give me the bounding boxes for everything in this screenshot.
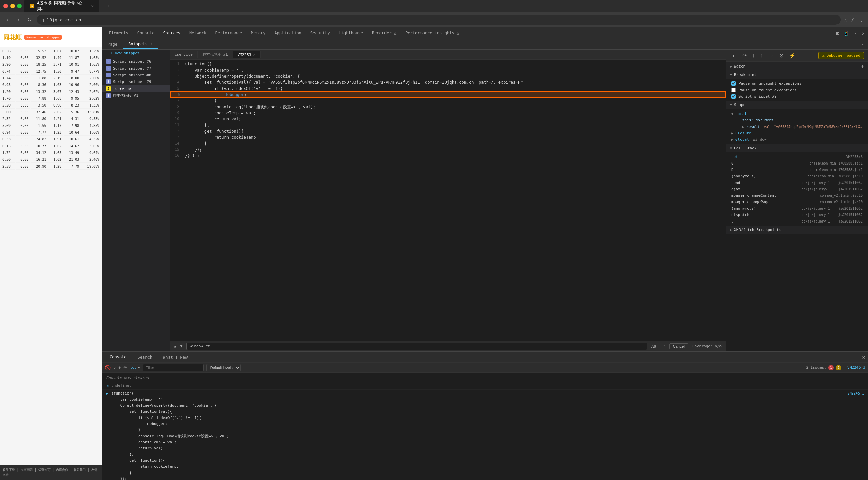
tab-perf-insights[interactable]: Performance insights △ <box>401 29 463 37</box>
active-tab[interactable]: 同 A股市场_同花顺行情中心_周… ✕ <box>24 0 99 13</box>
search-input[interactable]: window.rt <box>186 343 647 350</box>
dont-pause-exceptions-button[interactable]: ⚡ <box>788 52 797 59</box>
file-item-snippet6[interactable]: S Script snippet #6 <box>102 58 170 65</box>
editor-tab-iservice[interactable]: iservice <box>170 51 198 58</box>
bookmark-icon[interactable]: ☆ <box>844 17 847 23</box>
editor-tab-basecode[interactable]: 脚本代码段 #1 <box>198 51 233 58</box>
tab-performance[interactable]: Performance <box>211 29 246 37</box>
tab-application[interactable]: Application <box>270 29 305 37</box>
issues-badge-1[interactable]: 1 <box>828 365 834 370</box>
console-filter-input[interactable] <box>143 364 204 371</box>
scope-section-header[interactable]: ▼ Scope <box>726 101 868 109</box>
more-icon[interactable]: ⋮ <box>852 30 859 37</box>
tab-network[interactable]: Network <box>185 29 211 37</box>
level-select[interactable]: Default levels Verbose Info Warnings Err… <box>206 364 241 371</box>
close-panel-button[interactable]: ✕ <box>862 354 865 360</box>
step-into-button[interactable]: ↓ <box>751 52 756 59</box>
settings-icon[interactable]: ⚙ <box>118 365 121 370</box>
device-icon[interactable]: 📱 <box>843 30 850 37</box>
xhr-breakpoints-section-header[interactable]: ▶ XHR/fetch Breakpoints <box>726 226 868 234</box>
call-stack-item-9[interactable]: dispatchcb/js/jquery-1....js&201511062 <box>726 212 868 218</box>
inspect-icon[interactable]: ⊡ <box>835 30 840 37</box>
watch-section-header[interactable]: ▶ Watch + <box>726 62 868 71</box>
cancel-button[interactable]: Cancel <box>669 343 688 349</box>
prev-result-icon[interactable]: ▲ <box>174 344 176 348</box>
vm2245-link[interactable]: VM2245:3 <box>847 365 865 370</box>
code-area[interactable]: 1(function(){2 var cookieTemp = '';3 Obj… <box>170 60 726 341</box>
next-result-icon[interactable]: ▼ <box>180 344 183 348</box>
file-item-snippet9[interactable]: S Script snippet #9 <box>102 78 170 85</box>
bottom-tab-console[interactable]: Console <box>105 353 132 361</box>
editor-tab-close-icon[interactable]: ✕ <box>253 52 256 57</box>
result-item[interactable]: ▶ result val: "vA658fJhsp2pf0xNKqiN6MZxI… <box>737 123 868 130</box>
top-chevron[interactable]: ▼ <box>138 366 140 369</box>
forward-button[interactable]: › <box>15 16 22 23</box>
tab-console[interactable]: Console <box>133 29 159 37</box>
file-item-snippet7[interactable]: S Script snippet #7 <box>102 65 170 72</box>
call-stack-section-header[interactable]: ▼ Call Stack <box>726 144 868 152</box>
bottom-tab-search[interactable]: Search <box>133 353 157 361</box>
tab-memory[interactable]: Memory <box>247 29 270 37</box>
deactivate-breakpoints-button[interactable]: ⊙ <box>778 52 785 59</box>
new-snippet-button[interactable]: + + New snippet <box>102 50 170 57</box>
vm2245-ref[interactable]: VM2245:1 <box>848 390 864 397</box>
tab-elements[interactable]: Elements <box>105 29 133 37</box>
file-item-snippet8[interactable]: S Script snippet #8 <box>102 72 170 78</box>
bottom-tab-whatsnew[interactable]: What's New <box>158 353 192 361</box>
back-button[interactable]: ‹ <box>4 16 12 23</box>
refresh-button[interactable]: ↻ <box>26 16 33 23</box>
call-stack-item-6[interactable]: mpager.changeContentcommon_v2.1.min.js:1… <box>726 192 868 199</box>
search-options-aa[interactable]: Aa <box>651 344 657 349</box>
call-stack-item-1[interactable]: 0chameleon.min.1708588.js:1 <box>726 160 868 167</box>
eye-icon[interactable]: 👁 <box>123 365 127 370</box>
close-devtools-icon[interactable]: ✕ <box>861 30 865 37</box>
pause-caught-checkbox[interactable] <box>731 88 736 92</box>
script-snippet-9-item[interactable]: Script snippet #9 <box>726 93 868 100</box>
scope-global[interactable]: ▶ Global Window <box>726 136 868 143</box>
pause-uncaught-checkbox[interactable] <box>731 81 736 86</box>
call-stack-item-8[interactable]: (anonymous)cb/js/jquery-1....js&20151106… <box>726 205 868 212</box>
search-options-regex[interactable]: .* <box>660 344 665 348</box>
filter-icon[interactable]: ▽ <box>113 365 116 370</box>
step-button[interactable]: → <box>767 52 775 59</box>
call-stack-item-2[interactable]: Dchameleon.min.1708588.js:1 <box>726 167 868 173</box>
expand-arrow-icon[interactable]: ► <box>106 390 108 397</box>
call-stack-item-5[interactable]: ajaxcb/js/jquery-1....js&201511062 <box>726 186 868 192</box>
extensions-icon[interactable]: ⚡ <box>851 17 854 23</box>
tab-security[interactable]: Security <box>306 29 334 37</box>
call-stack-item-4[interactable]: sendcb/js/jquery-1....js&201511062 <box>726 179 868 186</box>
maximize-dot[interactable] <box>17 4 22 8</box>
pause-caught-item[interactable]: Pause on caught exceptions <box>726 87 868 93</box>
subtab-page[interactable]: Page <box>102 41 123 48</box>
call-stack-item-3[interactable]: (anonymous)chameleon.min.1708588.js:10 <box>726 173 868 179</box>
settings-icon[interactable]: ⋮ <box>859 17 864 23</box>
tab-lighthouse[interactable]: Lighthouse <box>335 29 367 37</box>
pause-uncaught-item[interactable]: Pause on uncaught exceptions <box>726 80 868 87</box>
close-dot[interactable] <box>3 4 8 8</box>
resume-button[interactable]: ⏵ <box>730 52 738 59</box>
scope-local[interactable]: ▼ Local <box>726 111 868 117</box>
step-out-button[interactable]: ↑ <box>759 52 764 59</box>
file-item-basecode[interactable]: S 脚本代码段 #1 <box>102 92 170 99</box>
file-item-iservice[interactable]: J iservice <box>102 85 170 92</box>
new-tab-button[interactable]: + <box>102 2 115 10</box>
this-item[interactable]: this: document <box>737 117 868 123</box>
watch-add-icon[interactable]: + <box>861 63 864 69</box>
call-stack-item-10[interactable]: ucb/js/jquery-1....js&201511062 <box>726 218 868 225</box>
minimize-dot[interactable] <box>10 4 15 8</box>
issues-badge-2[interactable]: 1 <box>836 365 841 370</box>
editor-tab-vm2253[interactable]: VM2253 ✕ <box>233 51 261 58</box>
sources-more-icon[interactable]: ⋮ <box>859 41 865 48</box>
call-stack-item-0[interactable]: setVM2253:6 <box>726 154 868 160</box>
clear-console-icon[interactable]: 🚫 <box>105 365 111 370</box>
breakpoints-section-header[interactable]: ▼ Breakpoints <box>726 71 868 79</box>
scope-closure[interactable]: ▶ Closure <box>726 130 868 136</box>
step-over-button[interactable]: ↷ <box>741 52 748 59</box>
tab-close-icon[interactable]: ✕ <box>91 4 94 8</box>
tab-recorder[interactable]: Recorder △ <box>368 29 400 37</box>
address-bar[interactable]: q.10jqka.com.cn <box>37 15 841 25</box>
subtab-snippets[interactable]: Snippets » <box>123 40 158 49</box>
call-stack-item-7[interactable]: mpager.changePagecommon_v2.1.min.js:10 <box>726 199 868 205</box>
script-snippet-9-checkbox[interactable] <box>731 94 736 99</box>
tab-sources[interactable]: Sources <box>159 29 184 37</box>
